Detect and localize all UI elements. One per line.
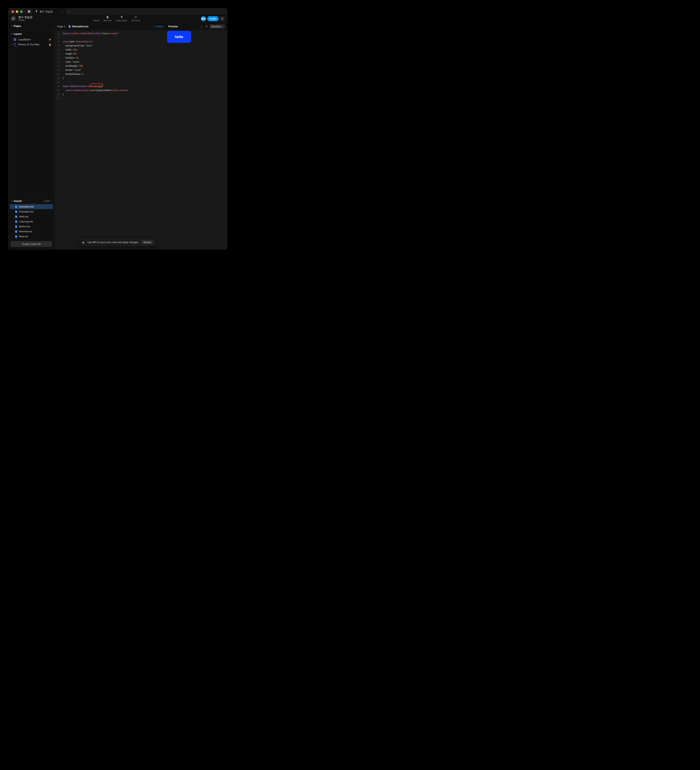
code-text: return <motion.button style={style}>hell…: [63, 88, 128, 92]
reload-icon[interactable]: [205, 25, 208, 28]
code-line[interactable]: 15 return <motion.button style={style}>h…: [55, 88, 166, 92]
line-number: 17: [55, 96, 63, 100]
code-line[interactable]: 8 color: "white",: [55, 60, 166, 64]
active-tab[interactable]: 형수 연습장 ×: [32, 8, 66, 15]
code-editor[interactable]: 1import { motion, MotionStyle } from "fr…: [55, 30, 166, 249]
code-line[interactable]: 1import { motion, MotionStyle } from "fr…: [55, 31, 166, 36]
copy-import-icon: [120, 16, 123, 19]
layer-label: iPhone 11 Pro Max: [18, 43, 39, 46]
library-button[interactable]: + Library: [154, 25, 163, 28]
layers-panel-header[interactable]: Layers: [8, 31, 54, 37]
code-line[interactable]: 7 fontSize: 24,: [55, 56, 166, 60]
layer-item[interactable]: ▸iPhone 11 Pro Max🔒: [8, 42, 54, 47]
file-icon: [15, 230, 17, 233]
menu-button[interactable]: [11, 16, 16, 21]
code-line[interactable]: 2: [55, 36, 166, 39]
code-line[interactable]: 11 borderRadius: 8,: [55, 72, 166, 76]
code-line[interactable]: 16}: [55, 92, 166, 96]
component-icon: [14, 38, 16, 40]
api-docs-icon: [134, 16, 137, 19]
framer-logo-icon: [35, 10, 38, 13]
close-panel-button[interactable]: ×: [220, 16, 225, 21]
file-icon: [15, 215, 17, 218]
create-code-file-button[interactable]: Create Code File: [11, 241, 52, 247]
asset-item[interactable]: Examples.tsx: [10, 209, 53, 214]
code-line[interactable]: 4 backgroundColor: "blue",: [55, 44, 166, 48]
home-tab[interactable]: [26, 8, 32, 15]
avatar[interactable]: 형승: [201, 16, 206, 21]
toolbar-api-docs[interactable]: API Docs: [132, 16, 140, 22]
code-line[interactable]: 12}: [55, 76, 166, 80]
code-text: color: "white",: [63, 60, 81, 64]
save-banner: Use ⌘S to save your code and apply chang…: [79, 239, 156, 246]
code-text: width: 160,: [63, 48, 78, 52]
preview-panel: hello: [166, 30, 227, 249]
banner-text: Use ⌘S to save your code and apply chang…: [87, 241, 138, 244]
line-number: 3: [55, 39, 63, 44]
svg-rect-1: [15, 38, 16, 39]
window-controls: [8, 10, 26, 13]
code-text: height: 80,: [63, 52, 77, 56]
code-line[interactable]: 14export default function Education() {: [55, 84, 166, 88]
code-line[interactable]: 10 border: "none",: [55, 68, 166, 72]
file-icon: [15, 225, 17, 228]
line-number: 9: [55, 64, 63, 68]
pages-panel-header[interactable]: Pages: [8, 23, 54, 29]
asset-name: LazyLazy.tsx: [19, 220, 33, 223]
asset-name: Hello.tsx: [19, 215, 28, 218]
close-tab-icon[interactable]: ×: [61, 10, 63, 13]
asset-item[interactable]: Wow.tsx: [10, 234, 53, 239]
toolbar-copy-import[interactable]: Copy Import: [116, 16, 127, 22]
code-line[interactable]: 9 fontWeight: 700,: [55, 64, 166, 68]
component-select[interactable]: Education ˅: [210, 24, 225, 29]
preview-hello-button[interactable]: hello: [167, 31, 191, 43]
breadcrumb-page[interactable]: Page 1: [57, 25, 65, 28]
asset-item[interactable]: Motion.tsx: [10, 224, 53, 229]
toolbar: 형수 연습장 Drafts ˅ ImportNew FileCopy Impor…: [8, 15, 227, 23]
svg-rect-0: [14, 38, 15, 39]
code-line[interactable]: 13: [55, 80, 166, 84]
code-text: import { motion, MotionStyle } from "fra…: [63, 31, 119, 36]
layer-item[interactable]: LazyButton⚡: [8, 37, 54, 42]
invite-button[interactable]: Invite: [207, 16, 218, 21]
preview-header: Preview ›_ Education ˅: [166, 23, 227, 30]
svg-rect-3: [15, 40, 16, 40]
asset-item[interactable]: Newnew.tsx: [10, 229, 53, 234]
breadcrumb-file[interactable]: Education.tsx: [72, 25, 88, 28]
code-text: export default function Education() {: [63, 84, 102, 88]
line-number: 7: [55, 56, 63, 60]
new-tab-button[interactable]: +: [66, 10, 72, 13]
layer-status-icon: 🔒: [48, 43, 51, 46]
code-text: const style: MotionStyle = {: [63, 39, 92, 44]
save-icon: [82, 241, 84, 244]
asset-item[interactable]: Hello.tsx: [10, 214, 53, 219]
toolbar-import[interactable]: Import: [93, 16, 99, 22]
close-window-icon[interactable]: [11, 10, 14, 13]
breadcrumb: Page 1 › Education.tsx + Library: [55, 23, 166, 30]
code-line[interactable]: 17: [55, 96, 166, 100]
asset-name: Newnew.tsx: [19, 230, 32, 233]
code-text: }: [63, 76, 64, 80]
minimize-window-icon[interactable]: [16, 10, 18, 13]
code-dropdown[interactable]: Code ˅: [44, 200, 51, 202]
toolbar-new-file[interactable]: New File: [104, 16, 112, 22]
project-info[interactable]: 형수 연습장 Drafts ˅: [18, 16, 32, 21]
asset-item[interactable]: Education.tsx: [10, 204, 53, 209]
asset-item[interactable]: LazyLazy.tsx: [10, 219, 53, 224]
asset-name: Examples.tsx: [19, 210, 34, 213]
plus-icon: +: [154, 25, 155, 28]
line-number: 10: [55, 68, 63, 72]
line-number: 16: [55, 92, 63, 96]
line-number: 12: [55, 76, 63, 80]
new-file-icon: [106, 16, 109, 19]
dismiss-button[interactable]: Dismiss: [141, 240, 154, 244]
code-line[interactable]: 5 width: 160,: [55, 48, 166, 52]
code-line[interactable]: 3const style: MotionStyle = {: [55, 39, 166, 44]
console-icon[interactable]: ›_: [201, 25, 203, 28]
line-number: 13: [55, 80, 63, 84]
line-number: 2: [55, 36, 63, 39]
maximize-window-icon[interactable]: [20, 10, 23, 13]
code-line[interactable]: 6 height: 80,: [55, 52, 166, 56]
asset-name: Education.tsx: [19, 205, 34, 208]
assets-panel-header[interactable]: Assets Code ˅: [8, 197, 54, 204]
